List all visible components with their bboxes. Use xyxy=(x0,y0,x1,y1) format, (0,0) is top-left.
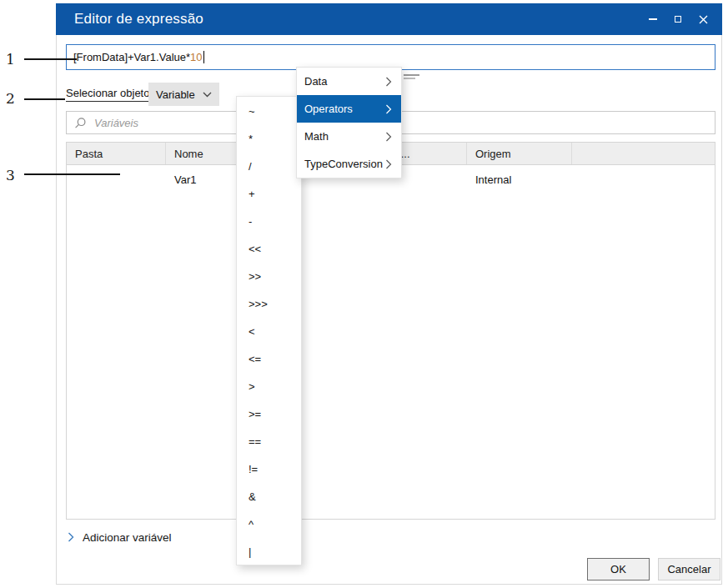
operator-item[interactable]: ^ xyxy=(237,510,301,538)
cell-origem: Internal xyxy=(467,165,572,194)
column-header-pasta[interactable]: Pasta xyxy=(67,143,166,164)
operator-item[interactable]: << xyxy=(237,235,301,263)
close-button[interactable] xyxy=(694,10,712,28)
menu-item-label: Data xyxy=(304,75,327,88)
search-icon xyxy=(74,117,87,129)
annotation-1-line xyxy=(24,58,77,60)
variables-table: Pasta Nome ço... Origem Var1 Internal xyxy=(66,142,715,520)
chevron-right-icon xyxy=(68,532,74,542)
minimize-icon xyxy=(649,18,657,20)
chevron-down-icon xyxy=(203,92,212,98)
expression-number-literal: 10 xyxy=(190,51,202,63)
minimize-button[interactable] xyxy=(644,10,662,28)
expression-text: [FromData]+Var1.Value* xyxy=(73,51,190,63)
context-menu: Data Operators Math TypeConversion xyxy=(296,67,402,178)
operator-item[interactable]: * xyxy=(237,125,301,153)
maximize-icon xyxy=(675,16,681,23)
operator-item[interactable]: >> xyxy=(237,263,301,290)
annotation-3-number: 3 xyxy=(6,167,15,183)
cancel-button[interactable]: Cancelar xyxy=(658,558,720,580)
add-variable-label: Adicionar variável xyxy=(83,531,172,544)
column-header-empty[interactable] xyxy=(572,143,715,164)
chevron-right-icon xyxy=(385,104,392,114)
menu-item-label: Operators xyxy=(304,103,353,115)
operator-item[interactable]: == xyxy=(237,428,301,455)
operator-item[interactable]: ~ xyxy=(237,98,301,125)
window-controls xyxy=(644,10,712,28)
resize-gripper[interactable] xyxy=(404,74,419,81)
operator-item[interactable]: / xyxy=(237,153,301,180)
chevron-right-icon xyxy=(385,77,392,87)
operator-item[interactable]: < xyxy=(237,318,301,345)
operator-item[interactable]: <= xyxy=(237,345,301,373)
menu-item-operators[interactable]: Operators xyxy=(297,95,401,123)
annotation-2-number: 2 xyxy=(6,90,15,107)
menu-item-math[interactable]: Math xyxy=(297,123,401,150)
select-object-label: Selecionar objeto xyxy=(66,87,149,102)
operator-item[interactable]: >= xyxy=(237,400,301,428)
menu-item-label: Math xyxy=(304,130,329,143)
operator-item[interactable]: >>> xyxy=(237,290,301,318)
column-header-origem[interactable]: Origem xyxy=(467,143,572,164)
operators-submenu: ~ * / + - << >> >>> < <= > >= == != & ^ … xyxy=(236,96,302,565)
ok-button[interactable]: OK xyxy=(587,558,650,580)
cell-empty xyxy=(572,165,715,194)
text-caret xyxy=(203,51,204,63)
close-icon xyxy=(699,15,708,24)
operator-item[interactable]: | xyxy=(237,538,301,565)
operator-item[interactable]: > xyxy=(237,373,301,400)
annotation-3-line xyxy=(24,173,120,175)
operator-item[interactable]: - xyxy=(237,208,301,235)
chevron-right-icon xyxy=(385,159,392,169)
chevron-right-icon xyxy=(385,132,392,142)
search-placeholder: Variáveis xyxy=(94,117,138,129)
menu-item-typeconversion[interactable]: TypeConversion xyxy=(297,150,401,178)
menu-item-label: TypeConversion xyxy=(304,158,383,170)
operator-item[interactable]: + xyxy=(237,180,301,208)
menu-item-data[interactable]: Data xyxy=(297,68,401,95)
object-type-dropdown[interactable]: Variable xyxy=(148,83,219,106)
dropdown-value: Variable xyxy=(156,88,195,101)
annotation-2-line xyxy=(24,98,65,100)
window-title: Editor de expressão xyxy=(74,11,203,28)
annotation-1-number: 1 xyxy=(6,51,15,68)
operator-item[interactable]: != xyxy=(237,455,301,483)
screenshot-root: 1 2 3 Editor de expressão [FromData]+Var… xyxy=(0,0,723,588)
cell-pasta xyxy=(67,165,166,194)
maximize-button[interactable] xyxy=(669,10,687,28)
operator-item[interactable]: & xyxy=(237,483,301,510)
title-bar[interactable]: Editor de expressão xyxy=(56,3,722,35)
add-variable-link[interactable]: Adicionar variável xyxy=(68,528,172,546)
